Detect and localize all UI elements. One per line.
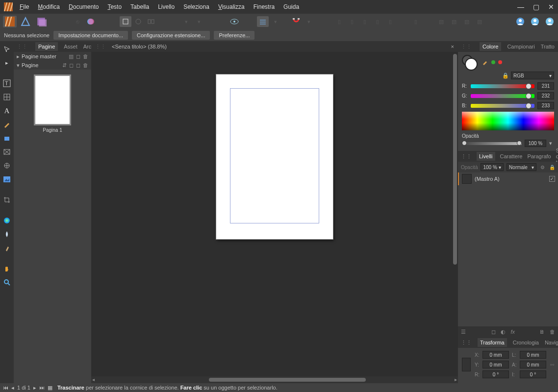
adjust-icon[interactable]: ◐ (501, 329, 506, 335)
baseline-opts-icon[interactable]: ▾ (270, 16, 281, 27)
layer-item[interactable]: (Mastro A) ✓ (458, 172, 558, 185)
anchor-selector[interactable] (462, 358, 471, 371)
add-layer-icon[interactable]: 🗎 (539, 329, 545, 335)
document-tab[interactable]: <Senza titolo> (38.8%) (109, 43, 170, 50)
ext-config-button[interactable]: Configurazione estensione... (132, 31, 210, 40)
layer-cog-icon[interactable]: ⚙ (539, 164, 546, 171)
next-page-icon[interactable]: ▸ (33, 385, 36, 391)
align-t-icon[interactable]: ▯ (372, 16, 383, 27)
tab-paragraph[interactable]: Paragrafo (527, 153, 551, 159)
canvas[interactable] (91, 52, 458, 376)
opacity-slider[interactable] (462, 142, 522, 145)
layer-lock-icon[interactable]: 🔒 (549, 164, 555, 171)
align-m-icon[interactable]: ▯ (384, 16, 396, 27)
tab-asset[interactable]: Asset (64, 44, 77, 49)
order2-icon[interactable]: ▧ (448, 16, 460, 27)
doc-setup-button[interactable]: Impostazione documento... (53, 31, 128, 40)
snapping-icon[interactable] (290, 16, 302, 27)
tab-character[interactable]: Carattere (500, 153, 523, 159)
view-facing-icon[interactable] (132, 16, 144, 27)
vector-brush-icon[interactable] (2, 243, 12, 253)
mask-icon[interactable]: ◻ (491, 329, 496, 335)
open-file-icon[interactable]: ⎋ (72, 16, 83, 27)
order4-icon[interactable]: ▧ (474, 16, 485, 27)
fx-icon[interactable]: fx (510, 329, 515, 335)
layers-stack-icon[interactable]: ☰ (461, 329, 466, 335)
last-page-icon[interactable]: ⏭ (39, 385, 45, 391)
menu-layer[interactable]: Livello (158, 3, 175, 10)
master-icon1[interactable]: ▥ (69, 53, 74, 60)
link-wh-icon[interactable]: ⚯ (550, 362, 554, 368)
doc-close-icon[interactable]: × (451, 44, 454, 49)
panel-grip-icon[interactable]: ⋮⋮ (17, 44, 27, 50)
recent-green-icon[interactable] (491, 60, 495, 64)
layer-opacity-select[interactable]: 100 %▾ (481, 163, 504, 171)
align-c-icon[interactable]: ▯ (346, 16, 358, 27)
menu-select[interactable]: Seleziona (183, 3, 209, 10)
master-toggle-icon[interactable]: ▸ (17, 53, 22, 60)
window-minimize-icon[interactable]: — (517, 3, 524, 11)
tab-layers[interactable]: Livelli (477, 152, 495, 161)
layers-grip-icon[interactable]: ⋮⋮ (461, 153, 472, 160)
color-swatch[interactable] (462, 55, 479, 70)
doc-grip-icon[interactable]: ⋮⋮ (95, 44, 106, 50)
account1-icon[interactable] (515, 16, 526, 27)
transform-grip-icon[interactable]: ⋮⋮ (461, 340, 472, 346)
g-value[interactable]: 232 (537, 92, 554, 99)
menu-view[interactable]: Visualizza (218, 3, 245, 10)
pages-icon4[interactable]: 🗑 (83, 62, 88, 69)
pages-icon2[interactable]: ◻ (69, 62, 74, 69)
align-r-icon[interactable]: ▯ (359, 16, 371, 27)
menu-table[interactable]: Tabella (130, 3, 149, 10)
account2-icon[interactable] (530, 16, 540, 27)
baseline-icon[interactable] (257, 16, 269, 27)
b-value[interactable]: 233 (537, 102, 554, 109)
eyedropper-icon[interactable] (482, 59, 488, 66)
r-input[interactable]: 0 ° (482, 370, 509, 378)
tab-transform[interactable]: Trasforma (478, 338, 507, 347)
move-tool-icon[interactable] (2, 44, 12, 54)
rectangle-tool-icon[interactable] (2, 133, 12, 143)
status-grid-icon[interactable]: ▦ (48, 385, 52, 391)
window-close-icon[interactable]: ✕ (548, 3, 554, 11)
persona-publisher[interactable] (3, 16, 17, 27)
align-l-icon[interactable]: ▯ (333, 16, 345, 27)
master-icon3[interactable]: 🗑 (83, 53, 88, 60)
view-single-icon[interactable] (120, 16, 131, 27)
s-input[interactable]: 0 ° (520, 370, 546, 378)
artistic-text-icon[interactable]: A (2, 106, 12, 116)
fill-tool-icon[interactable] (2, 216, 12, 225)
place-image-icon[interactable] (2, 174, 12, 184)
node-tool-icon[interactable]: ▸ (2, 58, 12, 68)
h-input[interactable]: 0 mm (520, 361, 546, 368)
r-value[interactable]: 231 (537, 82, 554, 90)
snapping-opts-icon[interactable]: ▾ (303, 16, 315, 27)
text-frame-tool-icon[interactable]: T (2, 78, 12, 88)
x-input[interactable]: 0 mm (482, 351, 509, 359)
g-slider[interactable] (471, 94, 534, 98)
tab-color[interactable]: Colore (480, 42, 501, 51)
crop-tool-icon[interactable] (2, 195, 12, 205)
defaults-icon[interactable] (84, 16, 96, 27)
window-maximize-icon[interactable]: ▢ (533, 3, 539, 11)
order3-icon[interactable]: ▧ (461, 16, 473, 27)
blend-mode-select[interactable]: Normale▾ (507, 163, 536, 171)
menu-window[interactable]: Finestra (254, 3, 275, 10)
shape-tool-icon[interactable] (2, 161, 12, 171)
arrange-icon[interactable]: ▾ (180, 16, 192, 27)
pages-icon1[interactable]: ⇵ (62, 62, 67, 69)
layer-visible-checkbox[interactable]: ✓ (549, 176, 555, 182)
view-spread-icon[interactable] (145, 16, 157, 27)
persona-photo[interactable] (34, 16, 48, 27)
r-slider[interactable] (471, 84, 534, 88)
dist-h-icon[interactable]: ▯ (410, 16, 422, 27)
hscroll-right-icon[interactable]: ▸ (455, 377, 457, 382)
color-mode-select[interactable]: RGB▾ (511, 72, 554, 79)
opacity-value[interactable]: 100 % (525, 140, 546, 147)
tab-history[interactable]: Cronologia (513, 340, 539, 345)
page-thumbnail[interactable] (34, 74, 71, 125)
horizontal-scrollbar[interactable]: ◂ ▸ (91, 376, 458, 383)
color-grip-icon[interactable]: ⋮⋮ (461, 44, 472, 50)
hue-picker[interactable] (462, 112, 554, 130)
hscroll-left-icon[interactable]: ◂ (92, 377, 95, 382)
